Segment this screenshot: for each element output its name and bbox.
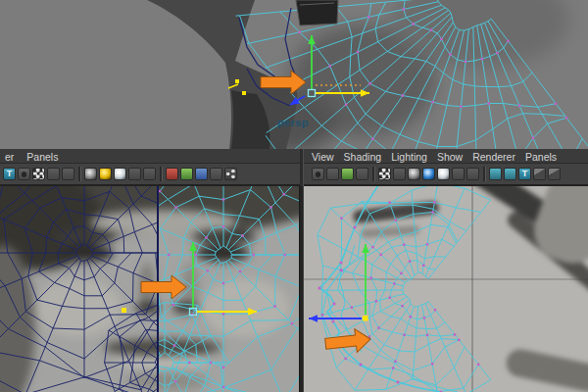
bottom-viewports xyxy=(0,186,588,392)
use-all-lights-icon[interactable] xyxy=(452,168,465,180)
panel-toolbar: T T xyxy=(0,164,588,186)
wireframe-ball-icon[interactable] xyxy=(84,168,97,180)
panel-menubar: erPanels ViewShadingLightingShowRenderer… xyxy=(0,149,588,164)
toolbar-separator xyxy=(160,167,162,181)
left-panel-menus: erPanels xyxy=(5,149,58,164)
menu-item-er[interactable]: er xyxy=(5,151,14,163)
motion-blur-icon[interactable] xyxy=(504,168,516,180)
grid-icon[interactable] xyxy=(356,168,368,180)
isolate-select-icon[interactable] xyxy=(166,168,178,180)
textured-ball-icon[interactable] xyxy=(114,168,126,180)
menu-item-view[interactable]: View xyxy=(312,151,334,163)
shadows-icon[interactable] xyxy=(466,168,479,180)
text-tool-icon[interactable]: T xyxy=(3,168,16,180)
gate-mask-icon[interactable] xyxy=(62,168,74,180)
menu-item-panels[interactable]: Panels xyxy=(26,151,58,163)
panel-divider-top xyxy=(300,149,303,186)
right-panel-menus: ViewShadingLightingShowRendererPanels xyxy=(312,149,557,164)
textured-ball-icon[interactable] xyxy=(437,168,450,180)
camera-lock-icon[interactable] xyxy=(326,168,339,180)
xray-icon[interactable] xyxy=(210,168,222,180)
side-viewport[interactable] xyxy=(304,186,588,392)
screen-ao-icon[interactable] xyxy=(489,168,502,180)
front-viewport[interactable] xyxy=(0,186,299,392)
resolution-gate-icon[interactable] xyxy=(47,168,60,180)
viewport-label-persp: persp xyxy=(277,117,309,128)
use-all-lights-icon[interactable] xyxy=(128,168,141,180)
menu-item-show[interactable]: Show xyxy=(437,151,463,163)
toolbar-separator xyxy=(78,167,80,181)
text-tool-icon[interactable]: T xyxy=(518,168,531,180)
shadows-icon[interactable] xyxy=(143,168,156,180)
front-wireframe-canvas xyxy=(0,186,299,392)
persp-viewport[interactable]: persp xyxy=(0,0,588,149)
wireframe-ball-icon[interactable] xyxy=(408,168,420,180)
share-screenshot-icon[interactable] xyxy=(224,168,237,180)
grease-pencil-icon[interactable] xyxy=(341,168,354,180)
left-panel-toolbar: T xyxy=(3,167,237,181)
select-camera-icon[interactable] xyxy=(18,168,30,180)
menu-item-shading[interactable]: Shading xyxy=(344,151,382,163)
menu-item-renderer[interactable]: Renderer xyxy=(472,151,515,163)
side-wireframe-canvas xyxy=(304,186,588,392)
select-camera-icon[interactable] xyxy=(312,168,324,180)
maya-workspace: persp erPanels ViewShadingLightingShowRe… xyxy=(0,0,588,392)
film-gate-icon[interactable] xyxy=(378,168,391,180)
shaded-ball-icon[interactable] xyxy=(99,168,112,180)
image-plane-icon[interactable] xyxy=(195,168,208,180)
menu-item-panels[interactable]: Panels xyxy=(525,151,557,163)
grease-pencil-icon[interactable] xyxy=(180,168,193,180)
cube-wire-icon[interactable] xyxy=(548,168,561,180)
right-panel-toolbar: T xyxy=(312,167,561,181)
menu-item-lighting[interactable]: Lighting xyxy=(391,151,427,163)
resolution-gate-icon[interactable] xyxy=(393,168,406,180)
cube-primitive-icon[interactable] xyxy=(533,168,546,180)
toolbar-separator xyxy=(372,167,374,181)
shaded-ball-icon[interactable] xyxy=(422,168,435,180)
toolbar-separator xyxy=(483,167,485,181)
film-gate-icon[interactable] xyxy=(32,168,45,180)
